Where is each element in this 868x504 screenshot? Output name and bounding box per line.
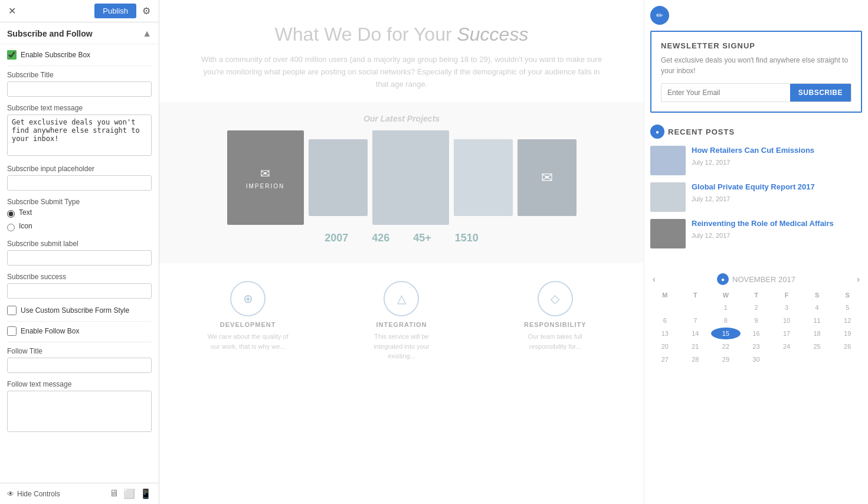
cal-day-22[interactable]: 22 [711,341,741,352]
post-info-2: Global Private Equity Report 2017 July 1… [692,182,815,203]
post-title-1[interactable]: How Retailers Can Cut Emissions [692,146,814,156]
cal-header-s2: S [833,290,862,300]
hide-controls-button[interactable]: 👁 Hide Controls [7,490,60,498]
stat-426: 426 [372,232,389,244]
subscribe-placeholder-input[interactable]: Enter Your Email [7,175,152,191]
cal-day-9[interactable]: 9 [742,315,771,326]
cal-day-19[interactable]: 19 [833,328,862,339]
gear-button[interactable]: ⚙ [139,4,154,18]
stat-1510: 1510 [455,232,479,244]
calendar-nav: ‹ ● NOVEMBER 2017 › [650,273,862,285]
enable-follow-row: Enable Follow Box [7,326,152,336]
eye-icon: 👁 [7,490,14,498]
panel-header: Subscribe and Follow ▲ [0,22,159,44]
cal-day-13[interactable]: 13 [650,328,680,339]
cal-day-25[interactable]: 25 [803,341,832,352]
mobile-icon[interactable]: 📱 [140,488,152,499]
calendar-grid: M T W T F S S 1 2 3 4 5 6 7 8 9 10 11 12… [650,290,862,365]
cal-day-26[interactable]: 26 [833,341,862,352]
cal-day-8[interactable]: 8 [711,315,741,326]
subscribe-title-input[interactable]: Newsletter signup [7,81,152,97]
cal-day-empty-2[interactable] [681,302,710,313]
follow-title-input[interactable]: Follow [7,358,152,373]
newsletter-description: Get exclusive deals you won't find anywh… [661,55,851,76]
panel-title: Subscribe and Follow [7,29,93,38]
cal-day-4[interactable]: 4 [803,302,832,313]
cal-day-16[interactable]: 16 [742,328,771,339]
edit-pencil-button[interactable]: ✏ [650,6,669,25]
cal-day-24[interactable]: 24 [772,341,801,352]
icon-radio-row: Icon [7,222,152,233]
cal-day-2[interactable]: 2 [742,302,771,313]
cal-header-m: M [650,290,680,300]
post-date-2: July 12, 2017 [692,195,730,202]
cal-day-5[interactable]: 5 [833,302,862,313]
cal-day-1[interactable]: 1 [711,302,741,313]
custom-style-checkbox[interactable] [7,306,17,315]
cal-day-14[interactable]: 14 [681,328,710,339]
text-radio-label: Text [19,208,32,217]
cal-day-12[interactable]: 12 [833,315,862,326]
tablet-icon[interactable]: ⬜ [123,488,135,499]
subscribe-placeholder-row: Subscribe input placeholder Enter Your E… [7,165,152,191]
cal-day-28[interactable]: 28 [681,354,710,365]
cal-day-10[interactable]: 10 [772,315,801,326]
subscribe-success-label: Subscribe success [7,273,152,281]
cal-day-7[interactable]: 7 [681,315,710,326]
cal-day-empty-1[interactable] [650,302,680,313]
email-input[interactable] [661,84,790,102]
cal-day-17[interactable]: 17 [772,328,801,339]
subscribe-success-row: Subscribe success You successfully subsc… [7,273,152,299]
icon-radio[interactable] [7,224,15,231]
text-radio[interactable] [7,210,15,218]
newsletter-widget: NEWSLETTER SIGNUP Get exclusive deals yo… [650,31,862,113]
collapse-button[interactable]: ▲ [142,28,152,39]
publish-button[interactable]: Publish [94,4,136,18]
cal-day-27[interactable]: 27 [650,354,680,365]
cal-day-11[interactable]: 11 [803,315,832,326]
cal-day-empty-4 [803,354,832,365]
post-title-3[interactable]: Reinventing the Role of Medical Affairs [692,219,834,229]
calendar-prev-button[interactable]: ‹ [653,274,656,284]
preview-hero: What We Do for Your Success With a commu… [159,0,644,102]
cal-day-3[interactable]: 3 [772,302,801,313]
post-title-2[interactable]: Global Private Equity Report 2017 [692,182,815,192]
desktop-icon[interactable]: 🖥 [109,488,119,499]
preview-projects: Our Latest Projects ✉ IMPERION ✉ [159,102,644,263]
project-card-envelope: ✉ [517,139,577,216]
icon-radio-label: Icon [19,222,32,230]
project-card-imperion: ✉ IMPERION [227,130,304,225]
post-item-1: How Retailers Can Cut Emissions July 12,… [650,146,862,175]
subscribe-text-input[interactable]: Get exclusive deals you won't find anywh… [7,114,152,156]
post-thumb-3 [650,219,686,248]
top-bar: ✕ Publish ⚙ [0,0,159,22]
cal-day-29[interactable]: 29 [711,354,741,365]
subscribe-success-input[interactable]: You successfully subscribed [7,283,152,299]
cal-day-21[interactable]: 21 [681,341,710,352]
submit-label-input[interactable]: Subscribe [7,250,152,266]
enable-subscribe-row: Enable Subscribe Box [7,50,152,60]
cal-day-15[interactable]: 15 [711,328,741,339]
cal-day-30[interactable]: 30 [742,354,771,365]
view-icons: 🖥 ⬜ 📱 [109,488,152,499]
post-date-1: July 12, 2017 [692,159,730,166]
calendar-month-year: ● NOVEMBER 2017 [717,273,795,285]
main-content: What We Do for Your Success With a commu… [159,0,644,504]
cal-day-18[interactable]: 18 [803,328,832,339]
subscribe-button[interactable]: SUBSCRIBE [790,84,851,102]
panel-footer: 👁 Hide Controls 🖥 ⬜ 📱 [0,483,159,504]
follow-text-input[interactable] [7,391,152,432]
cal-day-20[interactable]: 20 [650,341,680,352]
enable-follow-checkbox[interactable] [7,326,17,336]
project-card-person [372,130,449,225]
cal-day-6[interactable]: 6 [650,315,680,326]
subscribe-form: SUBSCRIBE [661,83,851,102]
cal-day-23[interactable]: 23 [742,341,771,352]
close-button[interactable]: ✕ [5,4,19,18]
calendar-next-button[interactable]: › [857,274,860,284]
panel-scroll: Enable Subscribe Box Subscribe Title New… [0,44,159,483]
right-sidebar: ✏ NEWSLETTER SIGNUP Get exclusive deals … [644,0,868,504]
enable-subscribe-checkbox[interactable] [7,50,17,60]
recent-posts-header: ● RECENT POSTS [650,125,862,139]
enable-subscribe-label: Enable Subscribe Box [21,51,90,59]
